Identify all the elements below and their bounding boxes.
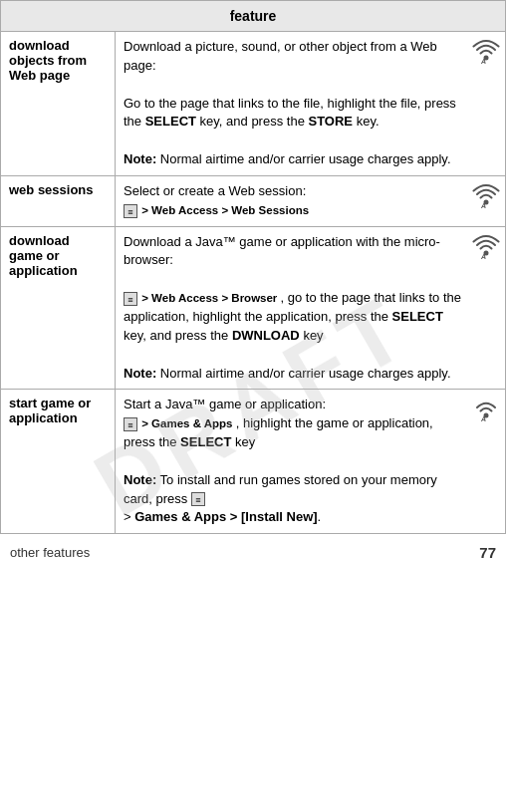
menu-path-games: ≡ > Games & Apps (124, 417, 236, 429)
note-text: Note: Normal airtime and/or carrier usag… (124, 151, 451, 166)
feature-label-download-objects: download objects from Web page (1, 32, 116, 176)
desc-text2: Go to the page that links to the file, h… (124, 96, 456, 130)
footer-right: 77 (479, 544, 496, 561)
svg-text:A: A (480, 202, 486, 209)
svg-text:A: A (480, 253, 486, 260)
desc-text: Download a Java™ game or application wit… (124, 234, 440, 268)
desc-text: Download a picture, sound, or other obje… (124, 39, 437, 73)
svg-text:A: A (480, 415, 486, 422)
desc-start-game: Start a Java™ game or application: ≡ > G… (116, 390, 506, 534)
desc-text: Select or create a Web session: (124, 183, 306, 198)
table-header: feature (1, 1, 506, 32)
svg-text:A: A (480, 58, 486, 65)
desc-download-objects: Download a picture, sound, or other obje… (116, 32, 506, 176)
menu-icon: ≡ (124, 292, 137, 306)
table-row: start game or application Start a Java™ … (1, 390, 506, 534)
wifi-icon-small: A (472, 395, 500, 422)
footer-bar: other features 77 (0, 534, 506, 567)
feature-label-web-sessions: web sessions (1, 175, 116, 226)
note-text: Note: To install and run games stored on… (124, 472, 437, 525)
wifi-icon: A (472, 232, 500, 260)
wifi-icon: A (472, 181, 500, 209)
table-row: web sessions Select or create a Web sess… (1, 175, 506, 226)
feature-label-download-game: download game or application (1, 226, 116, 390)
desc-download-game: Download a Java™ game or application wit… (116, 226, 506, 390)
footer-left: other features (10, 545, 90, 560)
desc-web-sessions: Select or create a Web session: ≡ > Web … (116, 175, 506, 226)
wifi-icon: A (472, 37, 500, 65)
page-wrapper: DRAFT feature download objects from Web … (0, 0, 506, 567)
menu-path-browser: ≡ > Web Access > Browser (124, 292, 281, 304)
table-row: download objects from Web page Download … (1, 32, 506, 176)
menu-path-web-sessions: ≡ > Web Access > Web Sessions (124, 204, 309, 216)
menu-icon: ≡ (124, 417, 137, 431)
table-row: download game or application Download a … (1, 226, 506, 390)
desc-text: Start a Java™ game or application: (124, 397, 326, 411)
menu-icon-note: ≡ (191, 492, 205, 506)
feature-label-start-game: start game or application (1, 390, 116, 534)
features-table: feature download objects from Web page D… (0, 0, 506, 534)
note-text: Note: Normal airtime and/or carrier usag… (124, 366, 451, 381)
menu-icon: ≡ (124, 204, 137, 218)
